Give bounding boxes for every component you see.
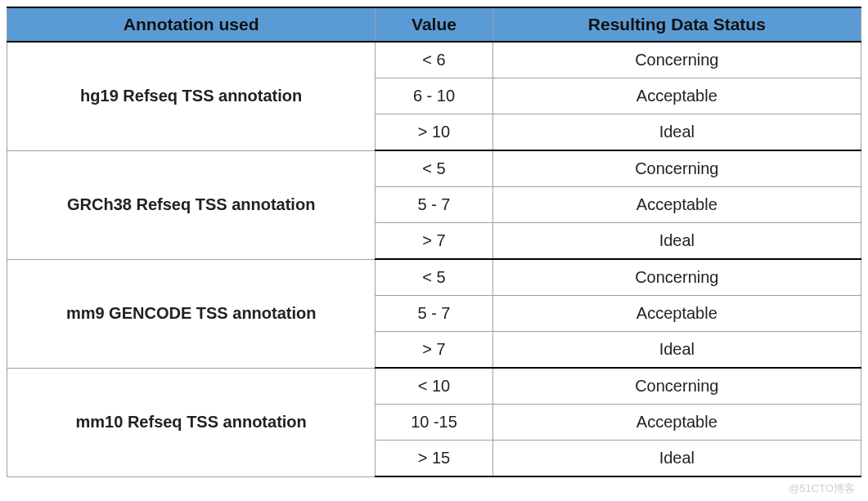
status-cell: Acceptable (492, 187, 861, 223)
table-row: GRCh38 Refseq TSS annotation < 5 Concern… (7, 150, 861, 187)
annotation-table: Annotation used Value Resulting Data Sta… (7, 7, 861, 477)
value-cell: 5 - 7 (376, 187, 492, 223)
annotation-cell: hg19 Refseq TSS annotation (7, 42, 376, 150)
annotation-cell: GRCh38 Refseq TSS annotation (7, 150, 376, 259)
value-cell: > 7 (376, 223, 492, 260)
value-cell: > 10 (376, 114, 492, 151)
status-cell: Acceptable (492, 296, 861, 332)
watermark-text: @51CTO博客 (789, 481, 855, 484)
value-cell: > 7 (376, 332, 492, 369)
status-cell: Concerning (492, 150, 861, 187)
status-cell: Ideal (492, 441, 861, 477)
status-cell: Concerning (492, 42, 861, 78)
value-cell: 5 - 7 (376, 296, 492, 332)
value-cell: < 5 (376, 150, 492, 187)
table-header-row: Annotation used Value Resulting Data Sta… (7, 7, 861, 42)
value-cell: > 15 (376, 441, 492, 477)
annotation-cell: mm10 Refseq TSS annotation (7, 368, 376, 476)
status-cell: Ideal (492, 332, 861, 369)
col-header-annotation: Annotation used (7, 7, 376, 42)
status-cell: Ideal (492, 114, 861, 151)
annotation-cell: mm9 GENCODE TSS annotation (7, 259, 376, 368)
value-cell: 10 -15 (376, 405, 492, 441)
value-cell: < 10 (376, 368, 492, 405)
status-cell: Acceptable (492, 78, 861, 114)
table-row: hg19 Refseq TSS annotation < 6 Concernin… (7, 42, 861, 78)
status-cell: Concerning (492, 368, 861, 405)
value-cell: < 5 (376, 259, 492, 296)
table-row: mm10 Refseq TSS annotation < 10 Concerni… (7, 368, 861, 405)
value-cell: 6 - 10 (376, 78, 492, 114)
status-cell: Concerning (492, 259, 861, 296)
status-cell: Acceptable (492, 405, 861, 441)
col-header-value: Value (376, 7, 492, 42)
value-cell: < 6 (376, 42, 492, 78)
col-header-status: Resulting Data Status (492, 7, 861, 42)
status-cell: Ideal (492, 223, 861, 260)
table-row: mm9 GENCODE TSS annotation < 5 Concernin… (7, 259, 861, 296)
